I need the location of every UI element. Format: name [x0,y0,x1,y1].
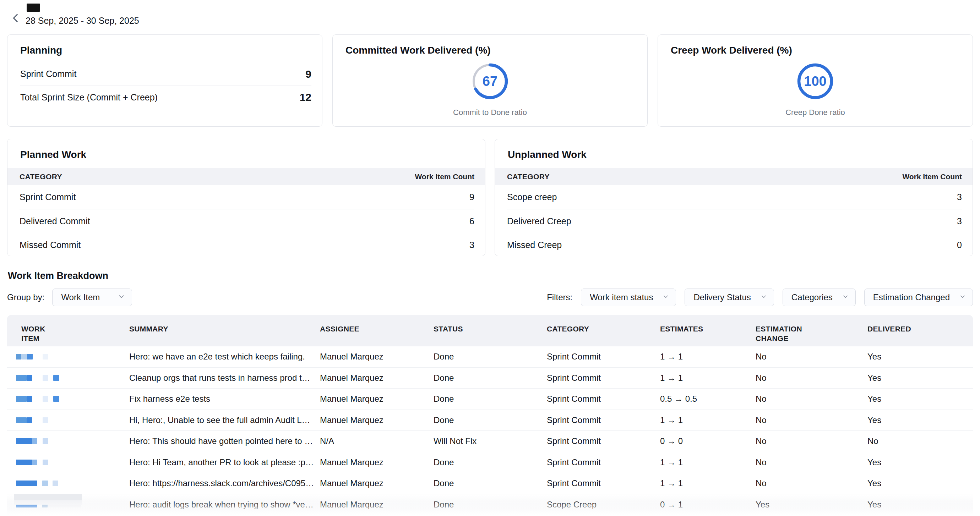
estimation-change-cell: No [756,436,867,446]
back-button[interactable] [8,11,23,25]
group-by-control: Group by: Work Item [7,289,132,306]
summary-cell: Hero: audit logs break when trying to sh… [129,500,320,510]
estimates-cell: 1 → 1 [660,373,756,383]
chevron-left-icon [10,20,22,25]
delivered-cell: Yes [867,478,973,488]
work-item-id-redacted [16,354,21,359]
gauge-caption: Creep Done ratio [658,108,972,117]
sprint-title-redacted [27,3,40,12]
summary-cell: Fix harness e2e tests [129,394,320,404]
delivered-cell: Yes [867,352,973,362]
column-header: ESTIMATION CHANGE [756,315,867,346]
work-item-id-redacted [53,396,59,402]
committed-gauge: 67 [471,62,509,101]
delivered-cell: Yes [867,415,973,425]
category-cell: Delivered Commit [19,216,90,226]
category-cell: Sprint Commit [547,373,660,383]
metric-label: Sprint Commit [20,69,76,79]
status-cell: Done [434,478,547,488]
column-header: DELIVERED [867,315,973,346]
estimation-change-cell: Yes [756,500,867,510]
work-item-id-redacted [43,354,48,359]
status-cell: Done [434,457,547,467]
assignee-cell: Manuel Marquez [320,394,434,404]
filter-select-work-item-status[interactable]: Work item status [581,289,676,306]
planning-metric-row: Total Sprint Size (Commit + Creep) 12 [20,86,312,109]
estimation-change-cell: No [756,415,867,425]
column-header: WORK ITEM [7,315,129,346]
unplanned-work-rows: Scope creep 3 Delivered Creep 3 Missed C… [507,185,962,256]
category-row: Delivered Creep 3 [507,209,962,233]
work-tables-row: Planned Work CATEGORY Work Item Count Sp… [7,139,973,256]
work-item-table-header: WORK ITEMSUMMARYASSIGNEESTATUSCATEGORYES… [7,315,973,346]
card-title: Planning [20,45,62,56]
work-item-id-redacted [27,396,32,402]
count-cell: 3 [469,240,474,250]
filter-selects: Work item status Delivery Status Categor… [581,289,973,306]
committed-work-card: Committed Work Delivered (%) 67 Commit t… [332,35,648,127]
work-item-id-redacted [27,354,33,359]
work-item-id-redacted [43,396,48,402]
metric-value: 12 [300,91,312,103]
estimates-cell: 0 → 1 [660,500,756,510]
estimation-change-cell: No [756,478,867,488]
work-item-id-redacted [43,418,48,423]
estimates-cell: 1 → 1 [660,457,756,467]
work-item-cell [7,438,129,444]
column-header-count: Work Item Count [902,173,962,181]
summary-cell: Hero: This should have gotten pointed he… [129,436,320,446]
assignee-cell: Manuel Marquez [320,457,434,467]
card-title: Planned Work [20,149,86,160]
work-item-id-redacted [32,438,37,444]
filter-select-categories[interactable]: Categories [783,289,856,306]
status-cell: Will Not Fix [434,436,547,446]
date-range: 28 Sep, 2025 - 30 Sep, 2025 [25,16,139,26]
work-item-id-redacted [52,481,58,486]
estimation-change-cell: No [756,373,867,383]
work-item-id-redacted [16,438,32,444]
assignee-cell: Manuel Marquez [320,352,434,362]
assignee-cell: N/A [320,436,434,446]
filters-bar: Filters: Work item status Delivery Statu… [547,289,973,306]
status-cell: Done [434,373,547,383]
group-by-select[interactable]: Work Item [52,289,132,306]
gauge-value: 67 [471,62,509,101]
category-cell: Missed Creep [507,240,562,250]
category-row: Sprint Commit 9 [19,185,474,209]
category-row: Delivered Commit 6 [19,209,474,233]
summary-cell: Cleanup orgs that runs tests in harness … [129,373,320,383]
summary-cell: Hero: we have an e2e test which keeps fa… [129,352,320,362]
work-item-id-redacted [43,438,48,444]
count-cell: 0 [957,240,962,250]
chevron-down-icon [842,293,849,302]
summary-cards-row: Planning Sprint Commit 9 Total Sprint Si… [7,35,973,127]
category-cell: Sprint Commit [547,394,660,404]
work-item-cell [7,396,129,402]
work-item-cell [7,354,129,359]
work-item-cell [7,418,129,423]
work-item-table: WORK ITEMSUMMARYASSIGNEESTATUSCATEGORYES… [7,315,973,516]
group-by-label: Group by: [7,292,45,302]
category-cell: Delivered Creep [507,216,571,226]
column-header-count: Work Item Count [415,173,474,181]
category-cell: Sprint Commit [547,415,660,425]
estimates-cell: 1 → 1 [660,415,756,425]
metric-value: 9 [305,68,312,80]
work-item-id-redacted [16,418,27,423]
category-cell: Scope Creep [547,500,660,510]
category-cell: Sprint Commit [547,436,660,446]
work-item-id-redacted [16,396,27,402]
filter-select-estimation-changed[interactable]: Estimation Changed [864,289,973,306]
work-item-cell [7,460,129,465]
summary-cell: Hi, Hero:, Unable to see the full admin … [129,415,320,425]
column-header: ASSIGNEE [320,315,434,346]
category-cell: Sprint Commit [19,192,76,202]
work-item-id-redacted [53,375,59,381]
estimation-change-cell: No [756,394,867,404]
planning-metrics: Sprint Commit 9 Total Sprint Size (Commi… [20,62,312,109]
table-header: CATEGORY Work Item Count [8,168,485,185]
filter-select-delivery-status[interactable]: Delivery Status [684,289,774,306]
column-header-category: CATEGORY [19,173,62,181]
work-item-id-redacted [43,460,48,465]
status-cell: Done [434,394,547,404]
